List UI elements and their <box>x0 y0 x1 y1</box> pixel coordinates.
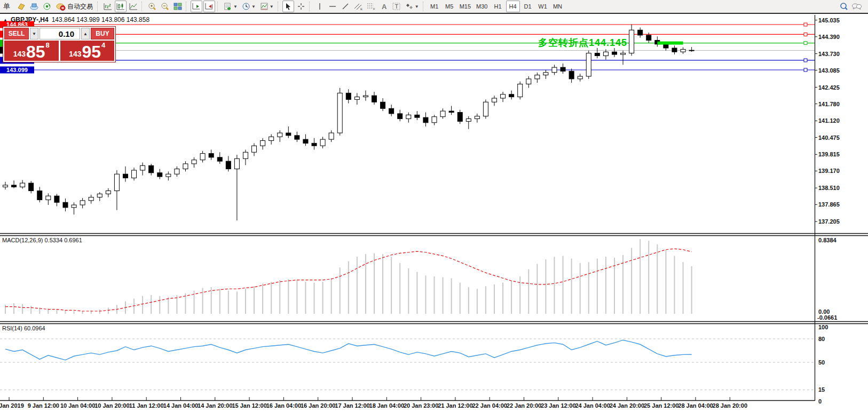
candle <box>106 191 111 194</box>
mt4-window: 单 自动交易 <box>0 0 868 412</box>
volume-increase-button[interactable]: ▲ <box>81 28 90 39</box>
candle <box>200 154 205 160</box>
candle <box>320 139 325 146</box>
line-anchor-marker[interactable] <box>804 33 807 36</box>
candle <box>509 94 514 97</box>
candle <box>363 96 368 97</box>
candle <box>381 102 385 108</box>
sell-price-big: 85 <box>26 44 45 60</box>
buy-price-prefix: 143 <box>69 50 81 58</box>
candle <box>406 115 411 118</box>
candle <box>603 52 608 56</box>
candle <box>3 185 8 187</box>
candle <box>209 154 214 157</box>
candle <box>569 71 574 78</box>
candle <box>252 146 257 152</box>
candle <box>672 48 677 52</box>
candle <box>664 44 668 48</box>
candle <box>612 52 617 54</box>
candle <box>492 98 496 102</box>
candle <box>63 202 68 208</box>
candle <box>638 30 643 35</box>
candle <box>466 119 471 122</box>
buy-button[interactable]: BUY <box>91 28 114 39</box>
candle <box>346 93 351 99</box>
candle <box>483 102 488 116</box>
volume-input[interactable] <box>40 28 80 39</box>
candle <box>475 116 479 119</box>
buy-price-display[interactable]: 143 95 4 <box>60 41 115 61</box>
candle <box>646 35 651 41</box>
chart-title: ▲ GBPJPY-,H4 143.864 143.989 143.806 143… <box>3 16 149 23</box>
candle <box>157 173 162 177</box>
chart-canvas[interactable] <box>0 0 868 412</box>
candle <box>175 169 179 175</box>
candle <box>183 164 188 169</box>
candle <box>389 108 394 114</box>
candle <box>261 141 265 146</box>
candle <box>440 111 445 117</box>
candle <box>89 197 93 201</box>
candle <box>449 111 454 112</box>
candle <box>54 196 59 202</box>
candle <box>689 50 694 51</box>
candle <box>234 159 239 169</box>
candle <box>46 196 51 200</box>
candle <box>166 174 171 177</box>
candle <box>423 117 428 123</box>
line-anchor-marker[interactable] <box>804 42 807 45</box>
candle <box>535 75 540 79</box>
candle <box>337 93 342 133</box>
line-anchor-marker[interactable] <box>804 68 807 72</box>
candle <box>312 143 317 146</box>
candle <box>329 133 334 139</box>
candle <box>415 115 420 117</box>
collapse-arrow-icon[interactable]: ▲ <box>3 18 7 22</box>
buy-price-sup: 4 <box>101 41 105 49</box>
candle <box>192 160 196 164</box>
candle <box>123 174 128 178</box>
candle <box>29 183 34 191</box>
chart-annotation-text[interactable]: 多空转折点144.145 <box>538 36 627 49</box>
sell-price-display[interactable]: 143 85 8 <box>4 41 59 61</box>
candle <box>243 152 248 159</box>
candle <box>114 174 119 191</box>
line-anchor-marker[interactable] <box>804 23 807 26</box>
candle <box>621 53 626 54</box>
candle <box>578 76 582 79</box>
candle <box>217 157 222 161</box>
candle <box>354 97 359 100</box>
candle <box>226 161 231 169</box>
candle <box>526 79 531 84</box>
one-click-trading-panel: SELL ▼ ▲ BUY 143 85 8 143 95 4 <box>3 26 116 62</box>
candle <box>278 133 282 137</box>
candle <box>295 136 299 139</box>
candle <box>543 73 548 75</box>
candle <box>457 113 462 122</box>
rsi-label: RSI(14) 60.0964 <box>2 325 45 331</box>
candle <box>518 84 523 97</box>
candle <box>149 165 154 172</box>
candle <box>97 194 102 197</box>
candle <box>595 53 599 56</box>
symbol-period-label: GBPJPY-,H4 <box>11 16 49 23</box>
candle <box>372 96 377 102</box>
candle <box>72 205 76 208</box>
candle <box>586 53 591 76</box>
line-anchor-marker[interactable] <box>804 59 807 62</box>
candle <box>681 49 685 52</box>
candle <box>12 185 17 187</box>
volume-decrease-button[interactable]: ▼ <box>30 28 38 39</box>
buy-price-big: 95 <box>82 44 101 60</box>
candle <box>432 117 437 123</box>
trendline-segment[interactable] <box>657 42 683 45</box>
candle <box>140 165 145 170</box>
sell-button[interactable]: SELL <box>4 28 29 39</box>
candle <box>629 30 634 53</box>
sell-price-sup: 8 <box>46 41 50 49</box>
candle <box>303 139 308 143</box>
candle <box>561 67 565 71</box>
rsi-line <box>5 340 692 360</box>
candle <box>398 114 403 119</box>
candle <box>132 170 137 178</box>
